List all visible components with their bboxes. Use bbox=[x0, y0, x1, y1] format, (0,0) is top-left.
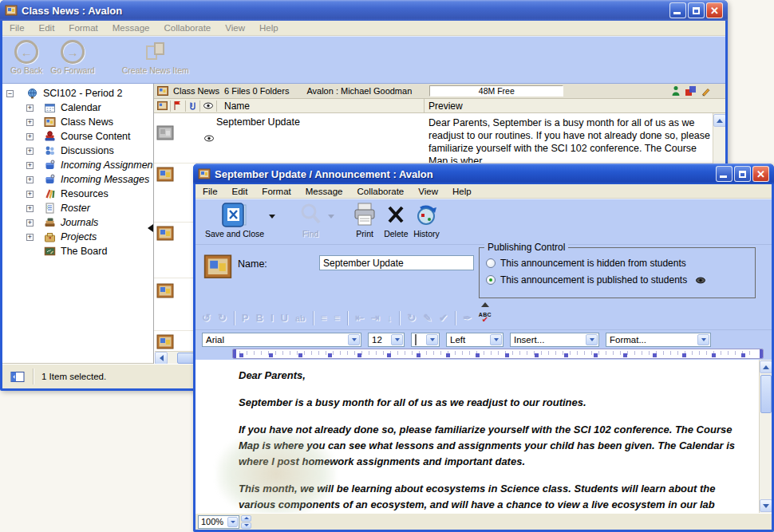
spin-up-button[interactable] bbox=[241, 515, 251, 522]
menu-format[interactable]: Format bbox=[255, 185, 298, 198]
menu-collaborate[interactable]: Collaborate bbox=[349, 185, 411, 198]
panel-layout-icon[interactable] bbox=[10, 371, 25, 383]
italic-icon[interactable]: I bbox=[271, 312, 274, 324]
find-button[interactable]: Find bbox=[298, 202, 323, 238]
column-header-preview[interactable]: Preview bbox=[428, 100, 463, 112]
radio-unselected-icon[interactable] bbox=[486, 258, 496, 268]
save-options-dropdown-icon[interactable] bbox=[269, 215, 275, 219]
announcement-body-editor[interactable]: Dear Parents, September is a busy month … bbox=[195, 360, 772, 513]
tree-item-class-news[interactable]: + Class News bbox=[2, 115, 153, 129]
menu-file[interactable]: File bbox=[195, 185, 225, 198]
spin-down-button[interactable] bbox=[241, 522, 251, 529]
item-type-column-icon[interactable] bbox=[157, 100, 168, 111]
announcement-titlebar[interactable]: September Update / Announcement : Avalon… bbox=[193, 164, 774, 184]
bold-icon[interactable]: B bbox=[255, 312, 263, 324]
announcement-icon[interactable] bbox=[156, 225, 174, 242]
tree-item-discussions[interactable]: + Discussions bbox=[2, 144, 153, 158]
announcement-icon[interactable] bbox=[156, 282, 174, 300]
zoom-spinner[interactable] bbox=[241, 515, 251, 529]
expand-icon[interactable]: + bbox=[26, 205, 34, 212]
menu-help[interactable]: Help bbox=[445, 185, 479, 198]
menu-format[interactable]: Format bbox=[61, 22, 105, 34]
tree-item-roster[interactable]: + Roster bbox=[2, 201, 153, 215]
tree-root-sci102[interactable]: − SCI102 - Period 2 bbox=[2, 86, 153, 100]
print-button[interactable]: Print bbox=[352, 202, 377, 238]
insert-below-icon[interactable]: ↓ bbox=[387, 312, 393, 324]
close-button[interactable]: ✕ bbox=[706, 2, 723, 18]
list-row-september-update[interactable]: September Update Dear Parents, September… bbox=[154, 115, 725, 161]
expand-icon[interactable]: + bbox=[26, 191, 34, 198]
tree-item-journals[interactable]: + Journals bbox=[2, 215, 153, 230]
tree-item-incoming-messages[interactable]: + Incoming Messages bbox=[2, 172, 153, 187]
ruler[interactable] bbox=[232, 349, 764, 359]
font-color-select[interactable] bbox=[411, 333, 440, 347]
collapse-icon[interactable]: − bbox=[6, 90, 14, 97]
menu-edit[interactable]: Edit bbox=[225, 185, 255, 198]
eye-column-icon[interactable] bbox=[203, 101, 214, 110]
scroll-up-button[interactable] bbox=[713, 114, 725, 127]
go-back-button[interactable]: ← Go Back bbox=[10, 40, 42, 75]
expand-icon[interactable]: + bbox=[26, 234, 34, 241]
subscript-icon[interactable]: ab bbox=[295, 313, 306, 323]
radio-hidden-from-students[interactable]: This announcement is hidden from student… bbox=[486, 258, 686, 269]
class-news-titlebar[interactable]: Class News : Avalon ✕ bbox=[0, 0, 728, 21]
indent-icon[interactable]: ⇥ bbox=[371, 312, 380, 324]
editor-vertical-scrollbar[interactable] bbox=[759, 360, 772, 513]
maximize-button[interactable] bbox=[734, 166, 751, 182]
menu-help[interactable]: Help bbox=[252, 22, 286, 34]
scroll-up-button[interactable] bbox=[760, 361, 772, 373]
font-size-select[interactable]: 12 bbox=[368, 333, 405, 347]
bullet-list-icon[interactable]: ≡ bbox=[321, 312, 327, 324]
delete-button[interactable]: Delete bbox=[384, 202, 408, 238]
tree-item-calendar[interactable]: + Calendar bbox=[2, 100, 153, 115]
expand-icon[interactable]: + bbox=[26, 119, 34, 126]
menu-edit[interactable]: Edit bbox=[32, 22, 62, 34]
radio-selected-icon[interactable] bbox=[486, 275, 496, 285]
underline-icon[interactable]: U bbox=[281, 312, 288, 324]
name-input[interactable] bbox=[319, 255, 474, 270]
minimize-button[interactable] bbox=[669, 2, 686, 18]
expand-icon[interactable]: + bbox=[26, 176, 34, 183]
flag-column-icon[interactable] bbox=[173, 100, 183, 111]
go-forward-button[interactable]: → Go Forward bbox=[50, 40, 94, 75]
history-button[interactable]: History bbox=[413, 202, 440, 238]
attachment-column-icon[interactable] bbox=[188, 100, 197, 111]
expand-icon[interactable]: + bbox=[26, 148, 34, 155]
plain-icon[interactable]: P bbox=[242, 312, 249, 324]
menu-message[interactable]: Message bbox=[105, 22, 157, 34]
expand-icon[interactable]: + bbox=[26, 104, 34, 112]
outdent-icon[interactable]: ⇤ bbox=[355, 312, 364, 324]
menu-message[interactable]: Message bbox=[298, 185, 350, 198]
menu-view[interactable]: View bbox=[411, 185, 445, 198]
create-news-item-button[interactable]: Create News Item bbox=[122, 40, 189, 75]
minimize-button[interactable] bbox=[716, 166, 733, 182]
signature-icon[interactable]: ✒ bbox=[463, 312, 472, 324]
save-and-close-button[interactable]: Save and Close bbox=[205, 202, 264, 238]
numbered-list-icon[interactable]: ≡ bbox=[334, 312, 340, 324]
insert-select[interactable]: Insert... bbox=[510, 333, 599, 347]
zoom-select[interactable]: 100% bbox=[198, 515, 239, 529]
column-header-name[interactable]: Name bbox=[224, 100, 250, 112]
approve-icon[interactable]: ✔ bbox=[439, 312, 448, 324]
scroll-down-button[interactable] bbox=[760, 499, 772, 512]
tree-item-resources[interactable]: + Resources bbox=[2, 187, 153, 201]
tree-item-projects[interactable]: + Projects bbox=[2, 230, 153, 244]
undo-icon[interactable]: ↺ bbox=[202, 312, 211, 324]
tree-item-course-content[interactable]: + Course Content bbox=[2, 129, 153, 144]
menu-collaborate[interactable]: Collaborate bbox=[156, 22, 218, 34]
scroll-left-button[interactable] bbox=[155, 352, 168, 364]
expand-icon[interactable]: + bbox=[26, 162, 34, 169]
tree-item-the-board[interactable]: The Board bbox=[2, 244, 153, 258]
radio-published-to-students[interactable]: This announcement is published to studen… bbox=[486, 274, 706, 286]
format-select[interactable]: Format... bbox=[606, 333, 711, 347]
announcement-icon[interactable] bbox=[156, 333, 174, 351]
font-select[interactable]: Arial bbox=[202, 333, 361, 347]
revert-icon[interactable]: ↻ bbox=[407, 312, 416, 324]
menu-view[interactable]: View bbox=[218, 22, 252, 34]
expand-icon[interactable]: + bbox=[26, 133, 34, 140]
spellcheck-icon[interactable]: ABC ✔ bbox=[479, 312, 492, 324]
tree-item-incoming-assignments[interactable]: + Incoming Assignments bbox=[2, 158, 153, 172]
menu-file[interactable]: File bbox=[2, 22, 32, 34]
announcement-icon[interactable] bbox=[156, 166, 174, 183]
find-options-dropdown-icon[interactable] bbox=[328, 215, 334, 219]
